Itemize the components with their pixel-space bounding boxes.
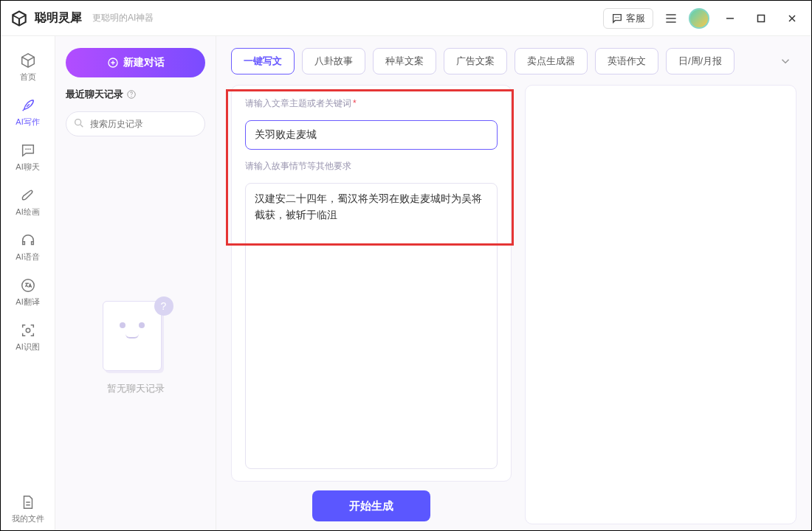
scan-icon	[20, 322, 36, 339]
svg-point-12	[75, 119, 81, 125]
nav-chat[interactable]: AI聊天	[6, 135, 50, 180]
search-icon	[73, 117, 85, 129]
customer-service-button[interactable]: 客服	[603, 8, 653, 29]
feather-icon	[20, 97, 36, 114]
main-area: 一键写文 八卦故事 种草文案 广告文案 卖点生成器 英语作文 日/周/月报 请输…	[216, 36, 811, 531]
headphone-icon	[20, 232, 36, 249]
cube-icon	[20, 52, 36, 69]
plus-circle-icon	[107, 57, 119, 69]
tabs-row: 一键写文 八卦故事 种草文案 广告文案 卖点生成器 英语作文 日/周/月报	[231, 48, 796, 74]
history-search-input[interactable]	[66, 111, 205, 136]
window-minimize-button[interactable]	[720, 8, 740, 29]
nav-translate[interactable]: AI翻译	[6, 270, 50, 315]
window-maximize-button[interactable]	[751, 8, 771, 29]
svg-point-6	[29, 148, 30, 150]
app-name: 聪明灵犀	[35, 10, 82, 26]
nav-label: 我的文件	[12, 513, 44, 524]
topic-label: 请输入文章主题或者关键词*	[245, 97, 498, 110]
svg-point-1	[616, 17, 617, 18]
empty-text: 暂无聊天记录	[107, 382, 165, 395]
brush-icon	[20, 187, 36, 204]
form-card: 请输入文章主题或者关键词* 请输入故事情节等其他要求	[231, 85, 512, 482]
tab-gossip-story[interactable]: 八卦故事	[302, 48, 365, 74]
nav-voice[interactable]: AI语音	[6, 225, 50, 270]
window-close-button[interactable]	[782, 8, 802, 29]
history-search	[66, 111, 205, 136]
svg-point-11	[131, 96, 131, 97]
chat-bubble-icon	[611, 13, 623, 24]
tab-report[interactable]: 日/周/月报	[666, 48, 734, 74]
tab-plant-copy[interactable]: 种草文案	[373, 48, 436, 74]
nav-label: 首页	[20, 72, 36, 83]
nav-sidebar: 首页 AI写作 AI聊天 AI绘画 AI语音 AI翻译 AI识图 我	[1, 36, 55, 531]
nav-label: AI聊天	[16, 162, 39, 173]
help-icon[interactable]	[126, 89, 137, 100]
avatar[interactable]	[689, 8, 709, 29]
question-bubble-icon: ?	[154, 296, 173, 316]
topic-input[interactable]	[245, 120, 498, 150]
nav-label: AI识图	[16, 341, 39, 353]
nav-paint[interactable]: AI绘画	[6, 180, 50, 225]
file-icon	[20, 494, 36, 510]
tab-ad-copy[interactable]: 广告文案	[444, 48, 507, 74]
nav-home[interactable]: 首页	[6, 45, 50, 90]
chevron-down-icon[interactable]	[774, 50, 796, 72]
chat-icon	[20, 142, 36, 159]
customer-service-label: 客服	[626, 12, 645, 25]
form-column: 请输入文章主题或者关键词* 请输入故事情节等其他要求 开始生成	[231, 85, 512, 524]
svg-rect-3	[758, 15, 765, 21]
nav-label: AI绘画	[16, 206, 39, 218]
svg-point-7	[21, 280, 34, 292]
history-panel: 新建对话 最近聊天记录 ? 暂无聊天记录	[55, 36, 216, 531]
generate-button[interactable]: 开始生成	[312, 490, 430, 521]
logo-wrap: 聪明灵犀 更聪明的AI神器	[10, 9, 154, 28]
detail-textarea[interactable]	[245, 183, 498, 469]
nav-image-rec[interactable]: AI识图	[6, 315, 50, 360]
app-logo-icon	[10, 9, 29, 28]
new-chat-label: 新建对话	[123, 56, 165, 69]
new-chat-button[interactable]: 新建对话	[66, 48, 205, 77]
svg-point-5	[27, 148, 29, 150]
svg-point-2	[618, 17, 619, 18]
nav-label: AI翻译	[16, 296, 39, 308]
nav-label: AI写作	[16, 117, 39, 128]
svg-point-8	[26, 328, 30, 333]
app-subtitle: 更聪明的AI神器	[92, 12, 154, 24]
tab-selling-point[interactable]: 卖点生成器	[515, 48, 588, 74]
nav-my-files[interactable]: 我的文件	[6, 487, 50, 531]
svg-point-0	[615, 17, 616, 18]
translate-icon	[20, 277, 36, 294]
titlebar: 聪明灵犀 更聪明的AI神器 客服	[1, 1, 811, 36]
menu-icon[interactable]	[664, 11, 678, 26]
required-mark: *	[353, 98, 357, 108]
titlebar-right: 客服	[603, 8, 802, 29]
history-title: 最近聊天记录	[66, 88, 205, 101]
tab-english-essay[interactable]: 英语作文	[595, 48, 658, 74]
history-empty: ? 暂无聊天记录	[66, 176, 205, 520]
nav-write[interactable]: AI写作	[6, 90, 50, 135]
generate-wrap: 开始生成	[231, 482, 512, 524]
tab-one-click-write[interactable]: 一键写文	[231, 48, 295, 74]
output-panel	[525, 85, 796, 524]
nav-label: AI语音	[16, 251, 39, 263]
svg-point-4	[25, 148, 27, 150]
empty-illustration: ?	[103, 301, 169, 375]
content-columns: 请输入文章主题或者关键词* 请输入故事情节等其他要求 开始生成	[231, 85, 796, 524]
detail-label: 请输入故事情节等其他要求	[245, 160, 498, 173]
